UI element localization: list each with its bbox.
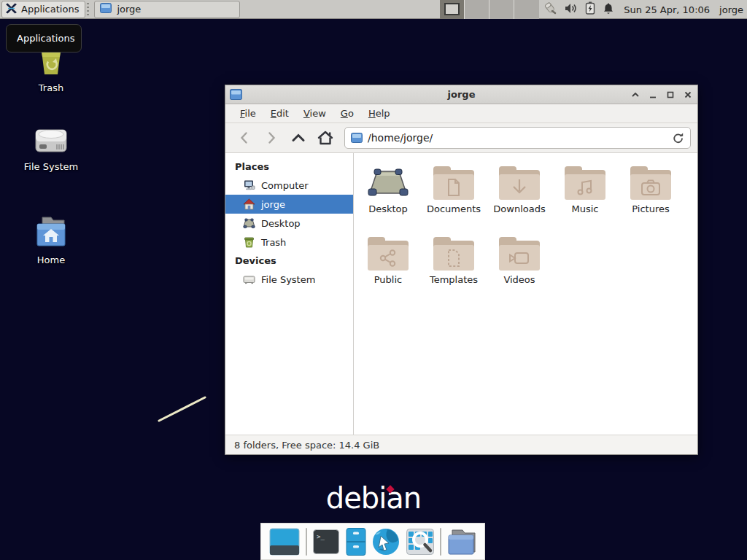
folder-item-videos[interactable]: Videos: [487, 230, 552, 300]
shade-button[interactable]: [630, 90, 640, 101]
sidebar-item-label: Trash: [261, 237, 286, 248]
mouse-device-tray-icon[interactable]: [543, 1, 557, 18]
path-bar[interactable]: /home/jorge/: [344, 127, 691, 149]
maximize-button[interactable]: [665, 90, 676, 101]
folder-videos-icon: [499, 237, 540, 271]
folder-documents-icon: [433, 166, 474, 200]
sidebar-item-file-system[interactable]: File System: [225, 270, 353, 289]
back-button[interactable]: [232, 127, 256, 149]
up-button[interactable]: [286, 127, 310, 149]
sidebar-item-label: Computer: [261, 180, 309, 191]
toolbar: /home/jorge/: [225, 123, 697, 153]
folder-item-label: Pictures: [632, 203, 669, 214]
applications-menu-button[interactable]: Applications: [1, 1, 85, 18]
folder-item-label: Desktop: [368, 203, 408, 214]
folder-item-public[interactable]: Public: [355, 230, 421, 300]
drive-icon: [243, 273, 255, 285]
desktop-large-icon: [367, 165, 409, 201]
workspace-1[interactable]: [440, 0, 465, 19]
folder-item-label: Templates: [430, 274, 478, 285]
home-button[interactable]: [313, 127, 337, 149]
desktop-icon-home[interactable]: Home: [7, 214, 95, 265]
dock-separator: [306, 528, 307, 556]
path-folder-icon: [351, 133, 363, 143]
folder-item-downloads[interactable]: Downloads: [487, 159, 552, 230]
close-button[interactable]: [682, 90, 693, 101]
folder-item-music[interactable]: Music: [552, 159, 618, 230]
workspace-4[interactable]: [514, 0, 539, 19]
menu-help[interactable]: Help: [362, 106, 397, 121]
workspace-2[interactable]: [465, 0, 489, 19]
panel-username[interactable]: jorge: [719, 4, 743, 15]
workspace-switcher[interactable]: [440, 0, 539, 19]
application-finder-dock-icon[interactable]: [406, 528, 435, 556]
minimize-button[interactable]: [647, 90, 658, 101]
desktop-icon-file-system[interactable]: File System: [7, 124, 95, 172]
menu-go[interactable]: Go: [334, 106, 360, 121]
file-manager-window: jorge File Edit View Go Help: [225, 85, 698, 455]
notifications-bell-tray-icon[interactable]: [603, 2, 614, 18]
folder-pictures-icon: [630, 166, 671, 200]
folder-item-label: Downloads: [493, 203, 545, 214]
menu-file[interactable]: File: [233, 106, 263, 121]
sidebar-item-desktop[interactable]: Desktop: [225, 214, 353, 233]
sidebar-places-header: Places: [225, 158, 353, 176]
menu-edit[interactable]: Edit: [264, 106, 295, 121]
volume-tray-icon[interactable]: [565, 2, 578, 18]
sidebar-devices-header: Devices: [225, 252, 353, 270]
web-browser-dock-icon[interactable]: [371, 527, 400, 556]
window-title: jorge: [225, 89, 697, 100]
dock: >_: [260, 523, 485, 560]
xfce-applications-icon: [5, 2, 18, 17]
show-desktop-dock-icon[interactable]: [268, 527, 301, 556]
forward-button[interactable]: [259, 127, 283, 149]
desktop-icon-label: Trash: [39, 82, 63, 93]
debian-logo: debian: [315, 481, 432, 516]
window-titlebar[interactable]: jorge: [225, 85, 697, 104]
folder-window-icon: [100, 3, 112, 15]
folder-item-documents[interactable]: Documents: [421, 159, 487, 230]
desktop: Applications jorge: [0, 0, 747, 560]
folder-downloads-icon: [499, 166, 540, 200]
top-panel: Applications jorge: [0, 0, 747, 19]
folder-view[interactable]: Desktop: [354, 153, 697, 435]
clock[interactable]: Sun 25 Apr, 10:06: [624, 4, 710, 15]
path-input[interactable]: /home/jorge/: [368, 132, 667, 144]
folder-dock-icon[interactable]: [446, 528, 477, 556]
folder-item-label: Public: [374, 274, 402, 285]
taskbar-window-button[interactable]: jorge: [94, 1, 240, 18]
folder-item-label: Music: [572, 203, 599, 214]
reload-icon[interactable]: [672, 132, 684, 144]
applications-tooltip: Applications: [6, 24, 82, 52]
folder-templates-icon: [433, 237, 474, 271]
workspace-3[interactable]: [489, 0, 514, 19]
terminal-dock-icon[interactable]: >_: [312, 529, 340, 555]
debian-wordmark: debian: [326, 481, 421, 515]
statusbar-text: 8 folders, Free space: 14.4 GiB: [234, 440, 379, 451]
hard-drive-icon: [34, 124, 69, 158]
folder-item-pictures[interactable]: Pictures: [618, 159, 684, 230]
menubar: File Edit View Go Help: [225, 104, 697, 123]
sidebar-item-jorge[interactable]: jorge: [225, 195, 353, 214]
desktop-icon-label: File System: [24, 161, 78, 172]
folder-music-icon: [565, 166, 605, 200]
dock-separator: [440, 528, 441, 556]
folder-item-templates[interactable]: Templates: [421, 230, 487, 300]
sidebar-item-trash[interactable]: Trash: [225, 233, 353, 252]
panel-separator-handle[interactable]: [87, 3, 89, 16]
desktop-icon: [243, 217, 255, 229]
file-cabinet-dock-icon[interactable]: [345, 527, 367, 556]
sidebar-item-computer[interactable]: Computer: [225, 176, 353, 195]
folder-item-label: Documents: [427, 203, 481, 214]
applications-tooltip-text: Applications: [17, 33, 74, 44]
statusbar: 8 folders, Free space: 14.4 GiB: [225, 435, 697, 454]
folder-item-desktop[interactable]: Desktop: [355, 159, 421, 230]
taskbar-window-label: jorge: [117, 4, 141, 15]
home-folder-icon: [34, 214, 69, 251]
system-tray: [543, 1, 614, 18]
menu-view[interactable]: View: [297, 106, 333, 121]
trash-small-icon: [243, 236, 255, 248]
folder-public-icon: [368, 237, 409, 271]
drawn-line-annotation: [153, 392, 213, 427]
battery-tray-icon[interactable]: [585, 1, 595, 18]
